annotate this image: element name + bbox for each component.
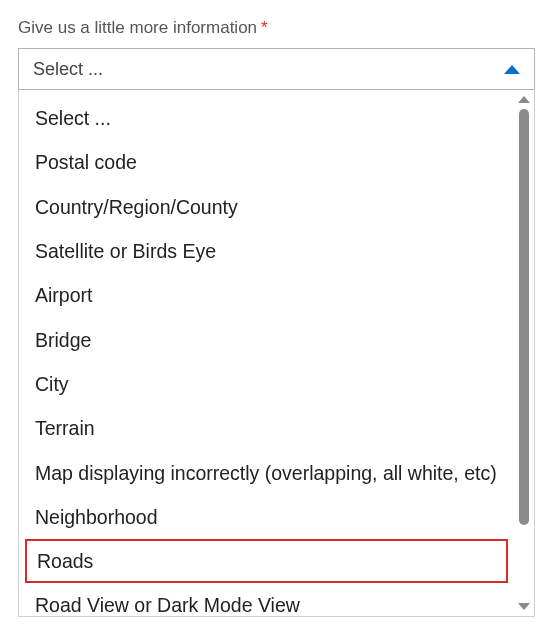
select-value: Select ... [33, 59, 103, 80]
scroll-up-arrow-icon[interactable] [518, 96, 530, 103]
dropdown-option[interactable]: Airport [19, 273, 514, 317]
dropdown-option[interactable]: Roads [25, 539, 508, 583]
dropdown-option[interactable]: Road View or Dark Mode View [19, 583, 514, 616]
field-label-text: Give us a little more information [18, 18, 257, 38]
dropdown-option[interactable]: Country/Region/County [19, 185, 514, 229]
dropdown-option[interactable]: City [19, 362, 514, 406]
dropdown-panel: Select ...Postal codeCountry/Region/Coun… [18, 90, 535, 617]
dropdown-option[interactable]: Terrain [19, 406, 514, 450]
dropdown-option[interactable]: Postal code [19, 140, 514, 184]
dropdown-option[interactable]: Neighborhood [19, 495, 514, 539]
dropdown-option[interactable]: Select ... [19, 96, 514, 140]
required-indicator: * [261, 18, 268, 38]
scroll-thumb[interactable] [519, 109, 529, 525]
chevron-up-icon [504, 65, 520, 74]
dropdown-option[interactable]: Bridge [19, 318, 514, 362]
dropdown-option[interactable]: Map displaying incorrectly (overlapping,… [19, 451, 514, 495]
dropdown-option[interactable]: Satellite or Birds Eye [19, 229, 514, 273]
options-list: Select ...Postal codeCountry/Region/Coun… [19, 90, 514, 616]
scroll-down-arrow-icon[interactable] [518, 603, 530, 610]
scrollbar[interactable] [514, 90, 534, 616]
field-label: Give us a little more information * [18, 18, 535, 38]
select-dropdown[interactable]: Select ... [18, 48, 535, 90]
